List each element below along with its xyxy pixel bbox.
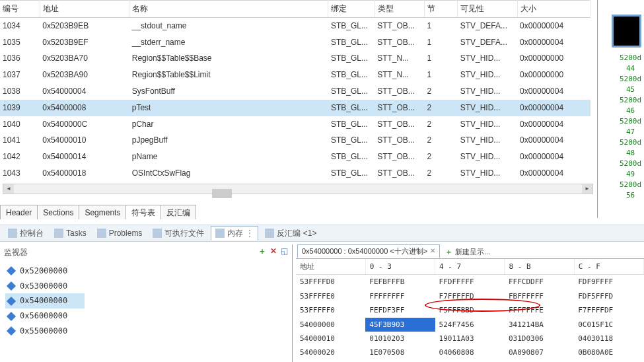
table-row[interactable]: 10400x5400000CpCharSTB_GL...STT_OB...2ST…	[0, 116, 590, 133]
monitor-item[interactable]: 0x56000000	[5, 308, 287, 324]
toggle-icon[interactable]: ◱	[281, 246, 288, 257]
col-header[interactable]: 绑定	[328, 1, 375, 18]
view-tab[interactable]: Tasks	[50, 227, 90, 240]
memory-row[interactable]: 540000100101020319011A03031D030604030118	[296, 332, 644, 345]
table-row[interactable]: 10380x54000004SysFontBuffSTB_GL...STT_OB…	[0, 83, 590, 100]
view-tab[interactable]: Problems	[93, 227, 147, 240]
table-row[interactable]: 10350x5203B9EF__stderr_nameSTB_GL...STT_…	[0, 34, 590, 51]
scroll-thumb[interactable]	[212, 189, 232, 198]
monitor-pane: 监视器 ＋ ✕ ◱ 0x520000000x530000000x54000000…	[0, 244, 293, 362]
diamond-icon	[7, 326, 16, 336]
tab-header[interactable]: Header	[0, 205, 38, 219]
memory-row[interactable]: 53FFFFD0FEFBFFFBFFDFFFFFFFFCDDFFFDF9FFFF	[296, 275, 644, 289]
mem-col-header[interactable]: 8 - B	[505, 259, 574, 275]
view-icon	[153, 229, 162, 238]
monitor-item[interactable]: 0x52000000	[5, 264, 287, 279]
col-header[interactable]: 大小	[517, 1, 590, 18]
views-bar: 控制台TasksProblems可执行文件内存 ⋮反汇编 <1>	[0, 225, 644, 242]
view-icon	[215, 229, 225, 238]
remove-icon[interactable]: ✕	[270, 246, 277, 257]
monitor-title: 监视器	[0, 244, 292, 261]
new-render-tab[interactable]: ＋ 新建呈示...	[441, 246, 494, 258]
col-header[interactable]: 类型	[375, 1, 424, 18]
table-row[interactable]: 10420x54000014pNameSTB_GL...STT_OB...2ST…	[0, 149, 590, 165]
memory-tab[interactable]: 0x54000000 : 0x54000000 <十六进制> ✕	[297, 244, 440, 258]
col-header[interactable]: 编号	[0, 1, 40, 18]
monitor-item[interactable]: 0x54000000	[5, 293, 85, 308]
scroll-right-arrow[interactable]: ►	[582, 184, 592, 194]
table-row[interactable]: 10340x5203B9EB__stdout_nameSTB_GL...STT_…	[0, 17, 590, 34]
add-icon[interactable]: ＋	[258, 246, 266, 257]
col-header[interactable]: 地址	[40, 1, 129, 18]
diamond-icon	[7, 281, 16, 291]
tab-符号表[interactable]: 符号表	[125, 205, 161, 219]
tab-反汇编[interactable]: 反汇编	[161, 205, 196, 219]
symbol-table-pane: 编号地址名称绑定类型节可见性大小 10340x5203B9EB__stdout_…	[0, 0, 598, 218]
view-icon	[54, 229, 63, 238]
monitor-item[interactable]: 0x53000000	[5, 279, 287, 294]
view-tab[interactable]: 可执行文件	[149, 227, 208, 240]
symbol-table: 编号地址名称绑定类型节可见性大小 10340x5203B9EB__stdout_…	[0, 0, 590, 182]
tab-sections[interactable]: Sections	[37, 205, 79, 219]
table-row[interactable]: 10410x54000010pJpegBuffSTB_GL...STT_OB..…	[0, 132, 590, 149]
table-row[interactable]: 10430x54000018OSIntCtxSwFlagSTB_GL...STT…	[0, 165, 590, 182]
memory-pane: 0x54000000 : 0x54000000 <十六进制> ✕ ＋ 新建呈示.…	[296, 244, 644, 362]
symbol-bottom-tabs: HeaderSectionsSegments符号表反汇编	[0, 205, 196, 219]
mem-col-header[interactable]: C - F	[574, 259, 643, 275]
preview-image	[612, 15, 641, 48]
memory-row[interactable]: 53FFFFE0FFFFFFFFF7FFFFFDFBFFFFFFFDF5FFFD	[296, 289, 644, 303]
col-header[interactable]: 名称	[129, 1, 328, 18]
monitor-item[interactable]: 0x55000000	[5, 324, 287, 339]
col-header[interactable]: 节	[424, 1, 457, 18]
view-tab[interactable]: 内存 ⋮	[211, 226, 258, 240]
right-preview-pane: 5200d445200d455200d465200d475200d485200d…	[601, 0, 644, 215]
plus-icon: ＋	[445, 247, 452, 257]
diamond-icon	[7, 312, 16, 321]
view-icon	[8, 229, 17, 238]
view-tab[interactable]: 控制台	[4, 227, 48, 240]
tab-segments[interactable]: Segments	[79, 205, 126, 219]
memory-table: 地址0 - 34 - 78 - BC - F 53FFFFD0FEFBFFFBF…	[296, 259, 644, 362]
scroll-left-arrow[interactable]: ◄	[3, 184, 14, 194]
view-tab[interactable]: 反汇编 <1>	[261, 227, 320, 240]
mem-col-header[interactable]: 地址	[296, 259, 365, 275]
memory-row[interactable]: 53FFFFF0FEFDF3FFF5FFFBBDFFFFFFFEF7FFFFDF	[296, 303, 644, 317]
col-header[interactable]: 可见性	[458, 1, 517, 18]
memory-row[interactable]: 540000201E070508040608080A0908070B080A0E	[296, 345, 644, 359]
view-icon	[97, 229, 106, 238]
table-row[interactable]: 10390x54000008pTestSTB_GL...STT_OB...2ST…	[0, 100, 590, 116]
mem-col-header[interactable]: 4 - 7	[435, 259, 505, 275]
mem-col-header[interactable]: 0 - 3	[365, 259, 435, 275]
table-row[interactable]: 10360x5203BA70Region$$Table$$BaseSTB_GL.…	[0, 50, 590, 67]
close-icon[interactable]: ✕	[430, 246, 435, 256]
view-icon	[265, 229, 274, 238]
horizontal-scrollbar[interactable]: ◄ ►	[3, 184, 593, 194]
memory-row[interactable]: 5400000045F3B903524F7456341214BA0C015F1C	[296, 318, 644, 332]
diamond-icon	[7, 297, 16, 306]
diamond-icon	[7, 266, 16, 275]
table-row[interactable]: 10370x5203BA90Region$$Table$$LimitSTB_GL…	[0, 67, 590, 83]
